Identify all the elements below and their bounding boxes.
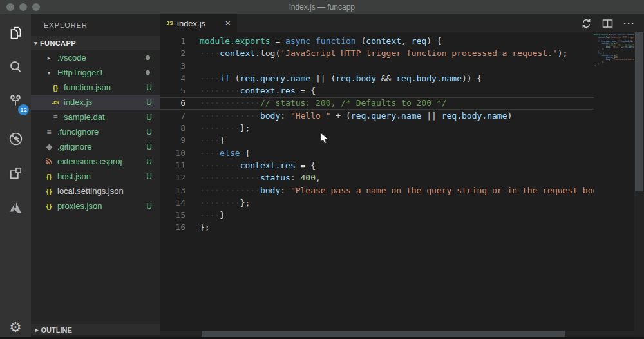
chevron-down-icon: ▾ [44, 70, 54, 76]
tab-close-button[interactable]: × [225, 19, 231, 28]
sidebar-title: EXPLORER [31, 14, 160, 36]
azure-icon [7, 199, 24, 216]
tree-item-extensions-csproj[interactable]: extensions.csprojU [31, 154, 160, 169]
file-name: local.settings.json [57, 186, 124, 196]
source-control-badge: 12 [18, 104, 29, 115]
code-line-12[interactable]: ············status: 400, [200, 171, 594, 184]
outline-section-header[interactable]: ▸ OUTLINE [31, 324, 160, 335]
activity-explorer-button[interactable] [0, 15, 31, 50]
tree-item-proxies-json[interactable]: {}proxies.jsonU [31, 199, 160, 213]
tree-item-function-json[interactable]: {}function.jsonU [31, 80, 160, 95]
minimize-window-button[interactable] [19, 3, 27, 11]
line-number: 12 [160, 171, 185, 184]
code-line-9[interactable]: ····} [200, 134, 594, 146]
file-name: .gitignore [57, 142, 91, 151]
line-number: 14 [160, 197, 185, 209]
chevron-down-icon: ▾ [34, 40, 37, 46]
file-name: .vscode [57, 53, 86, 63]
git-untracked-badge: U [146, 113, 152, 122]
json-file-icon: {} [44, 188, 54, 195]
more-actions-icon[interactable]: ··· [623, 18, 635, 29]
json-file-icon: {} [44, 173, 54, 180]
split-editor-icon[interactable] [602, 19, 613, 28]
tree-item-local-settings-json[interactable]: {}local.settings.json [31, 184, 160, 199]
git-untracked-badge: U [146, 98, 152, 107]
code-content[interactable]: module.exports = async function (context… [200, 35, 594, 234]
code-line-4[interactable]: ····if (req.query.name || (req.body && r… [200, 72, 594, 84]
activity-azure-button[interactable] [0, 190, 31, 224]
horizontal-scrollbar [160, 331, 634, 337]
code-line-3[interactable] [200, 60, 594, 72]
line-number: 1 [160, 35, 185, 47]
code-line-8[interactable]: ········}; [200, 122, 594, 134]
line-number: 4 [160, 72, 185, 84]
line-number: 5 [160, 84, 185, 97]
code-line-13[interactable]: ············body: "Please pass a name on… [200, 184, 594, 197]
line-number: 11 [160, 159, 185, 171]
code-line-15[interactable]: ····} [200, 209, 594, 221]
tree-item--vscode[interactable]: ▸.vscode [31, 50, 160, 65]
minimap[interactable]: module.exports = async function (context… [594, 34, 634, 118]
activity-debug-button[interactable] [0, 122, 31, 156]
git-modified-dot-badge [146, 70, 150, 75]
tree-item-host-json[interactable]: {}host.jsonU [31, 169, 160, 184]
code-line-14[interactable]: ········}; [200, 197, 594, 209]
code-line-7[interactable]: ············body: "Hello " + (req.query.… [200, 110, 594, 122]
js-file-icon: JS [166, 20, 173, 26]
activity-extensions-button[interactable] [0, 156, 31, 190]
code-line-16[interactable]: }; [200, 221, 594, 233]
line-number: 6 [160, 97, 185, 109]
explorer-sidebar: EXPLORER ▾ FUNCAPP ▸.vscode▾HttpTrigger1… [31, 14, 160, 339]
line-number: 7 [160, 110, 185, 122]
code-line-11[interactable]: ········context.res = { [200, 159, 594, 171]
tab-label: index.js [177, 19, 205, 28]
activity-search-button[interactable] [0, 50, 31, 84]
tree-item-index-js[interactable]: JSindex.jsU [31, 95, 160, 110]
tree-item-sample-dat[interactable]: ≡sample.datU [31, 110, 160, 124]
line-numbers-gutter: 12345678910111213141516 [160, 35, 185, 234]
line-number: 13 [160, 184, 185, 197]
code-line-10[interactable]: ····else { [200, 147, 594, 159]
git-untracked-badge: U [146, 142, 152, 151]
js-file-icon: JS [50, 99, 61, 106]
line-number: 15 [160, 209, 185, 221]
line-number: 9 [160, 134, 185, 146]
json-file-icon: {} [50, 84, 61, 92]
editor-group: JS index.js × [160, 14, 644, 339]
git-file-icon [44, 143, 54, 151]
file-name: sample.dat [64, 112, 105, 122]
folder-section-header[interactable]: ▾ FUNCAPP [31, 36, 160, 50]
chevron-right-icon: ▸ [35, 327, 39, 333]
activity-source-control-button[interactable]: 12 [0, 84, 31, 118]
tree-item--funcignore[interactable]: ≡.funcignoreU [31, 124, 160, 139]
text-file-icon: ≡ [44, 128, 54, 137]
vscode-window: index.js — funcapp [0, 0, 644, 339]
file-name: .funcignore [57, 127, 99, 137]
line-number: 16 [160, 221, 185, 233]
close-window-button[interactable] [6, 3, 14, 11]
tree-item-HttpTrigger1[interactable]: ▾HttpTrigger1 [31, 65, 160, 80]
line-number: 10 [160, 147, 185, 159]
code-line-5[interactable]: ········context.res = { [200, 84, 594, 97]
tree-item--gitignore[interactable]: .gitignoreU [31, 139, 160, 154]
extensions-icon [8, 165, 24, 181]
tab-index-js[interactable]: JS index.js × [160, 14, 237, 32]
file-name: index.js [64, 97, 92, 107]
csproj-file-icon [44, 157, 54, 166]
tab-bar: JS index.js × [160, 14, 644, 32]
titlebar: index.js — funcapp [0, 0, 644, 14]
vertical-scrollbar-thumb[interactable] [635, 32, 643, 191]
vertical-scrollbar [634, 32, 644, 339]
code-line-6[interactable]: ············// status: 200, /* Defaults … [200, 97, 594, 109]
sync-icon[interactable] [581, 18, 592, 29]
git-untracked-badge: U [146, 202, 152, 211]
code-line-2[interactable]: ····context.log('JavaScript HTTP trigger… [200, 47, 594, 59]
code-line-1[interactable]: module.exports = async function (context… [200, 35, 594, 47]
window-title: index.js — funcapp [289, 3, 355, 12]
zoom-window-button[interactable] [32, 3, 40, 11]
outline-label: OUTLINE [41, 326, 72, 334]
settings-gear-button[interactable]: ⚙ [0, 320, 31, 335]
file-name: extensions.csproj [57, 157, 122, 166]
horizontal-scrollbar-thumb[interactable] [202, 331, 565, 337]
code-editor[interactable]: 12345678910111213141516 module.exports =… [160, 32, 644, 339]
